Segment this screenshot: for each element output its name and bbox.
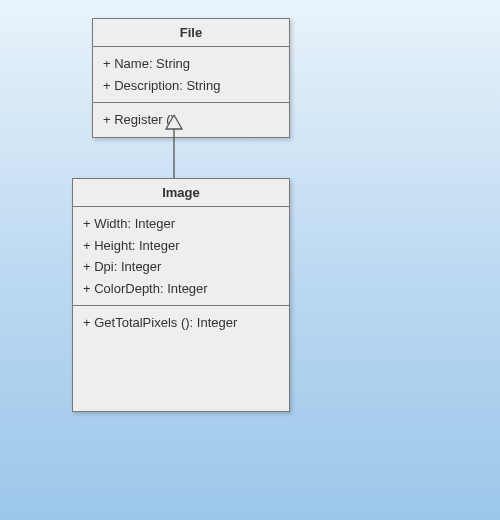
operation: + Register () [103,109,279,131]
svg-marker-0 [166,115,182,129]
class-file-operations: + Register () [93,103,289,137]
class-file[interactable]: File + Name: String + Description: Strin… [92,18,290,138]
diagram-canvas: File + Name: String + Description: Strin… [0,0,500,520]
generalization-arrow-icon [164,115,184,179]
operation: + GetTotalPixels (): Integer [83,312,279,334]
class-image[interactable]: Image + Width: Integer + Height: Integer… [72,178,290,412]
class-image-title: Image [73,179,289,207]
attribute: + ColorDepth: Integer [83,278,279,300]
class-image-operations: + GetTotalPixels (): Integer [73,306,289,340]
attribute: + Name: String [103,53,279,75]
class-image-attributes: + Width: Integer + Height: Integer + Dpi… [73,207,289,306]
attribute: + Width: Integer [83,213,279,235]
class-file-attributes: + Name: String + Description: String [93,47,289,103]
attribute: + Dpi: Integer [83,256,279,278]
class-file-title: File [93,19,289,47]
attribute: + Description: String [103,75,279,97]
attribute: + Height: Integer [83,235,279,257]
